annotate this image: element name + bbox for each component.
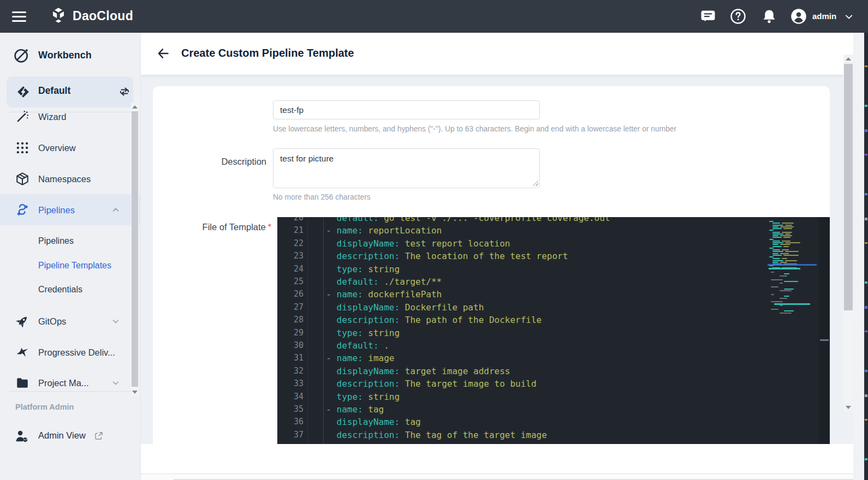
sidebar-item-admin-view[interactable]: Admin View xyxy=(0,421,141,452)
wand-icon xyxy=(15,110,29,124)
description-label: Description xyxy=(157,157,266,167)
code-line-27: 27 displayName: Dockerfile path xyxy=(277,301,758,314)
sidebar-item-project-management[interactable]: Project Ma... xyxy=(0,367,141,398)
footer-action-bar: Cancel OK xyxy=(141,444,853,473)
message-icon[interactable] xyxy=(700,8,716,25)
template-name-input[interactable] xyxy=(273,100,540,119)
workbench-label: Workbench xyxy=(38,50,92,61)
required-asterisk: * xyxy=(268,223,271,232)
code-line-23: 23 description: The location of the test… xyxy=(277,250,758,263)
scroll-up-arrow[interactable] xyxy=(131,103,139,111)
description-help: No more than 256 characters xyxy=(273,193,371,201)
code-line-29: 29 type: string xyxy=(277,327,758,340)
minimap-slider[interactable] xyxy=(820,339,829,341)
bell-icon[interactable] xyxy=(761,8,777,25)
workspace-diamond-icon xyxy=(16,85,31,99)
workspace-name: Default xyxy=(38,85,70,97)
swap-icon[interactable] xyxy=(118,85,131,98)
back-arrow-icon[interactable] xyxy=(156,46,170,61)
sidebar-item-overview[interactable]: Overview xyxy=(0,132,141,163)
grid-icon xyxy=(15,141,29,155)
scrollbar-thumb[interactable] xyxy=(844,64,853,310)
sidebar-subitem-pipelines[interactable]: Pipelines xyxy=(0,229,141,253)
scroll-down-arrow[interactable] xyxy=(843,403,853,411)
divider xyxy=(9,391,132,392)
page-title: Create Custom Pipeline Template xyxy=(181,47,354,59)
code-line-32: 32 displayName: target image address xyxy=(277,365,758,378)
code-line-26: 26 - name: dockerfilePath xyxy=(277,288,758,301)
template-name-help: Use lowercase letters, numbers, and hyph… xyxy=(273,125,676,133)
daocloud-logo-icon xyxy=(49,7,68,25)
code-line-34: 34 type: string xyxy=(277,391,758,404)
code-line-35: 35 - name: tag xyxy=(277,403,758,416)
scroll-up-arrow[interactable] xyxy=(843,55,853,63)
code-line-25: 25 default: ./target/** xyxy=(277,275,758,289)
sidebar-scrollbar[interactable] xyxy=(131,103,139,396)
admin-view-label: Admin View xyxy=(38,430,86,441)
code-line-30: 30 default: . xyxy=(277,339,758,352)
help-icon[interactable] xyxy=(730,8,746,25)
chevron-down-icon[interactable] xyxy=(844,12,854,22)
bird-icon xyxy=(15,345,29,359)
pipeline-icon xyxy=(15,203,29,217)
folder-icon xyxy=(15,376,29,390)
file-of-template-label: File of Template* xyxy=(162,222,271,232)
code-line-28: 28 description: The path of the Dockerfi… xyxy=(277,314,758,327)
external-link-icon xyxy=(94,431,104,441)
sidebar-item-wizard[interactable]: Wizard xyxy=(0,101,141,132)
user-name[interactable]: admin xyxy=(812,11,836,21)
sidebar-item-namespaces[interactable]: Namespaces xyxy=(0,163,141,194)
chevron-up-icon[interactable] xyxy=(111,205,121,215)
scrollbar-thumb[interactable] xyxy=(132,111,138,387)
window-bottom-strip xyxy=(141,473,853,480)
page-scrollbar[interactable] xyxy=(843,55,853,411)
menu-icon[interactable] xyxy=(12,9,26,23)
brand-logo[interactable]: DaoCloud xyxy=(49,7,133,25)
sidebar-subitem-credentials[interactable]: Credentials xyxy=(0,278,141,302)
sidebar-item-gitops[interactable]: GitOps xyxy=(0,305,141,337)
cube-icon xyxy=(15,172,29,186)
code-line-21: 21 - name: reportLocation xyxy=(277,224,758,237)
code-line-33: 33 description: The target image to buil… xyxy=(277,377,758,391)
editor-minimap[interactable] xyxy=(768,217,819,444)
sidebar-subitem-pipeline-templates[interactable]: Pipeline Templates xyxy=(0,254,141,278)
scroll-down-arrow[interactable] xyxy=(131,388,139,396)
code-line-31: 31 - name: image xyxy=(277,352,758,365)
top-navbar: DaoCloud admin xyxy=(0,0,868,33)
code-line-36: 36 displayName: tag xyxy=(277,416,758,429)
brand-name: DaoCloud xyxy=(73,9,133,23)
code-line-22: 22 displayName: test report location xyxy=(277,237,758,250)
sidebar-item-pipelines[interactable]: Pipelines xyxy=(0,194,141,225)
sidebar-item-progressive-delivery[interactable]: Progressive Deliv... xyxy=(0,337,141,368)
chevron-down-icon[interactable] xyxy=(111,378,121,388)
code-line-37: 37 description: The tag of the target im… xyxy=(277,429,758,442)
sidebar: Workbench Default WizardOverviewNamespac… xyxy=(0,33,141,480)
code-line-20: 20 default: go test -v ./... -coverprofi… xyxy=(277,217,758,225)
rocket-icon xyxy=(15,314,29,328)
code-line-24: 24 type: string xyxy=(277,263,758,276)
background-window-sliver xyxy=(864,33,868,480)
description-textarea[interactable]: test for picture xyxy=(273,148,540,188)
yaml-code-editor[interactable]: 20 default: go test -v ./... -coverprofi… xyxy=(277,217,830,444)
admin-user-icon xyxy=(14,429,29,444)
platform-admin-section-label: Platform Admin xyxy=(15,403,74,411)
chevron-down-icon[interactable] xyxy=(111,316,121,326)
sidebar-item-workbench[interactable]: Workbench xyxy=(0,43,141,68)
right-gutter xyxy=(853,33,864,480)
avatar[interactable] xyxy=(790,8,807,25)
workbench-icon xyxy=(13,46,31,64)
editor-scrollbar-track[interactable] xyxy=(819,217,830,444)
